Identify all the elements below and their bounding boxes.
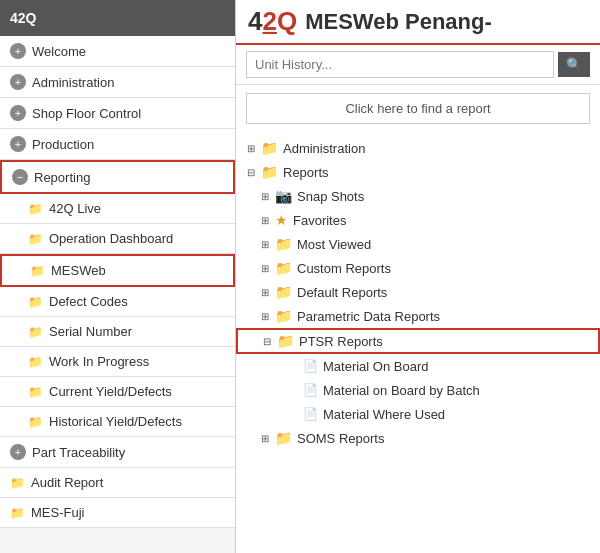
sidebar-item-welcome[interactable]: +Welcome: [0, 36, 235, 67]
sidebar-item-label: Welcome: [32, 44, 86, 59]
spacer: [286, 407, 300, 421]
sidebar-item-label: 42Q Live: [49, 201, 101, 216]
expand-icon: ⊞: [258, 213, 272, 227]
tree-item-label: Reports: [283, 165, 329, 180]
sidebar-item-defect-codes[interactable]: 📁Defect Codes: [0, 287, 235, 317]
find-report-button[interactable]: Click here to find a report: [246, 93, 590, 124]
sidebar-item-42q-live[interactable]: 📁42Q Live: [0, 194, 235, 224]
sidebar: 42Q +Welcome+Administration+Shop Floor C…: [0, 0, 236, 553]
folder-icon: 📁: [28, 355, 43, 369]
folder-icon: 📁: [28, 415, 43, 429]
folder-icon: 📁: [28, 385, 43, 399]
folder-icon: 📁: [30, 264, 45, 278]
tree-item-material-on-board[interactable]: 📄Material On Board: [236, 354, 600, 378]
doc-icon: 📄: [303, 407, 318, 421]
sidebar-item-serial-number[interactable]: 📁Serial Number: [0, 317, 235, 347]
minus-icon: −: [12, 169, 28, 185]
tree-item-reports[interactable]: ⊟📁Reports: [236, 160, 600, 184]
tree-item-label: Most Viewed: [297, 237, 371, 252]
tree-item-most-viewed[interactable]: ⊞📁Most Viewed: [236, 232, 600, 256]
sidebar-item-operation-dashboard[interactable]: 📁Operation Dashboard: [0, 224, 235, 254]
expand-icon: ⊞: [258, 431, 272, 445]
right-header: 42Q MESWeb Penang-: [236, 0, 600, 45]
brand-2: 2: [262, 6, 276, 36]
tree-item-label: Default Reports: [297, 285, 387, 300]
sidebar-item-part-traceability[interactable]: +Part Traceability: [0, 437, 235, 468]
sidebar-item-current-yield-defects[interactable]: 📁Current Yield/Defects: [0, 377, 235, 407]
star-icon: ★: [275, 212, 288, 228]
sidebar-item-label: Administration: [32, 75, 114, 90]
sidebar-item-reporting[interactable]: −Reporting: [0, 160, 235, 194]
sidebar-item-production[interactable]: +Production: [0, 129, 235, 160]
collapse-icon: ⊟: [244, 165, 258, 179]
sidebar-item-label: Defect Codes: [49, 294, 128, 309]
sidebar-item-label: Serial Number: [49, 324, 132, 339]
sidebar-item-historical-yield-defects[interactable]: 📁Historical Yield/Defects: [0, 407, 235, 437]
search-bar: 🔍: [236, 45, 600, 85]
sidebar-item-label: Production: [32, 137, 94, 152]
tree-item-favorites[interactable]: ⊞★Favorites: [236, 208, 600, 232]
folder-icon: 📁: [261, 164, 278, 180]
sidebar-item-label: MES-Fuji: [31, 505, 84, 520]
tree-item-label: Snap Shots: [297, 189, 364, 204]
spacer: [286, 359, 300, 373]
tree-container: ⊞📁Administration⊟📁Reports⊞📷Snap Shots⊞★F…: [236, 132, 600, 553]
sidebar-item-administration[interactable]: +Administration: [0, 67, 235, 98]
search-input[interactable]: [246, 51, 554, 78]
tree-item-custom-reports[interactable]: ⊞📁Custom Reports: [236, 256, 600, 280]
tree-item-label: Material Where Used: [323, 407, 445, 422]
plus-icon: +: [10, 136, 26, 152]
tree-item-label: PTSR Reports: [299, 334, 383, 349]
search-button[interactable]: 🔍: [558, 52, 590, 77]
sidebar-item-label: Reporting: [34, 170, 90, 185]
folder-icon: 📁: [10, 476, 25, 490]
tree-item-material-on-board-batch[interactable]: 📄Material on Board by Batch: [236, 378, 600, 402]
sidebar-item-label: Historical Yield/Defects: [49, 414, 182, 429]
camera-icon: 📷: [275, 188, 292, 204]
tree-item-admin[interactable]: ⊞📁Administration: [236, 136, 600, 160]
sidebar-item-mes-fuji[interactable]: 📁MES-Fuji: [0, 498, 235, 528]
folder-icon: 📁: [275, 284, 292, 300]
folder-icon: 📁: [28, 232, 43, 246]
tree-item-soms-reports[interactable]: ⊞📁SOMS Reports: [236, 426, 600, 450]
right-panel: 42Q MESWeb Penang- 🔍 Click here to find …: [236, 0, 600, 553]
tree-item-parametric-data[interactable]: ⊞📁Parametric Data Reports: [236, 304, 600, 328]
brand-name: MESWeb Penang-: [305, 9, 492, 35]
tree-item-label: SOMS Reports: [297, 431, 384, 446]
folder-icon: 📁: [275, 430, 292, 446]
sidebar-item-label: Current Yield/Defects: [49, 384, 172, 399]
plus-icon: +: [10, 43, 26, 59]
folder-icon: 📁: [277, 333, 294, 349]
tree-item-snapshots[interactable]: ⊞📷Snap Shots: [236, 184, 600, 208]
expand-icon: ⊞: [258, 261, 272, 275]
spacer: [286, 383, 300, 397]
sidebar-item-label: Part Traceability: [32, 445, 125, 460]
brand-q: Q: [277, 6, 297, 36]
tree-item-label: Administration: [283, 141, 365, 156]
sidebar-item-label: Shop Floor Control: [32, 106, 141, 121]
sidebar-item-work-in-progress[interactable]: 📁Work In Progress: [0, 347, 235, 377]
tree-item-label: Material on Board by Batch: [323, 383, 480, 398]
sidebar-items: +Welcome+Administration+Shop Floor Contr…: [0, 36, 235, 528]
sidebar-item-mesweb[interactable]: 📁MESWeb: [0, 254, 235, 287]
tree-item-ptsr-reports[interactable]: ⊟📁PTSR Reports: [236, 328, 600, 354]
expand-icon: ⊞: [258, 285, 272, 299]
tree-item-label: Parametric Data Reports: [297, 309, 440, 324]
sidebar-item-shop-floor-control[interactable]: +Shop Floor Control: [0, 98, 235, 129]
folder-icon: 📁: [275, 260, 292, 276]
tree-item-material-where-used[interactable]: 📄Material Where Used: [236, 402, 600, 426]
tree-items: ⊞📁Administration⊟📁Reports⊞📷Snap Shots⊞★F…: [236, 136, 600, 450]
sidebar-item-audit-report[interactable]: 📁Audit Report: [0, 468, 235, 498]
tree-item-default-reports[interactable]: ⊞📁Default Reports: [236, 280, 600, 304]
sidebar-item-label: Work In Progress: [49, 354, 149, 369]
folder-icon: 📁: [10, 506, 25, 520]
sidebar-header: 42Q: [0, 0, 235, 36]
doc-icon: 📄: [303, 359, 318, 373]
tree-item-label: Material On Board: [323, 359, 429, 374]
brand-42q: 42Q: [248, 6, 297, 37]
doc-icon: 📄: [303, 383, 318, 397]
folder-icon: 📁: [28, 202, 43, 216]
folder-icon: 📁: [275, 308, 292, 324]
collapse-icon: ⊟: [260, 334, 274, 348]
plus-icon: +: [10, 105, 26, 121]
